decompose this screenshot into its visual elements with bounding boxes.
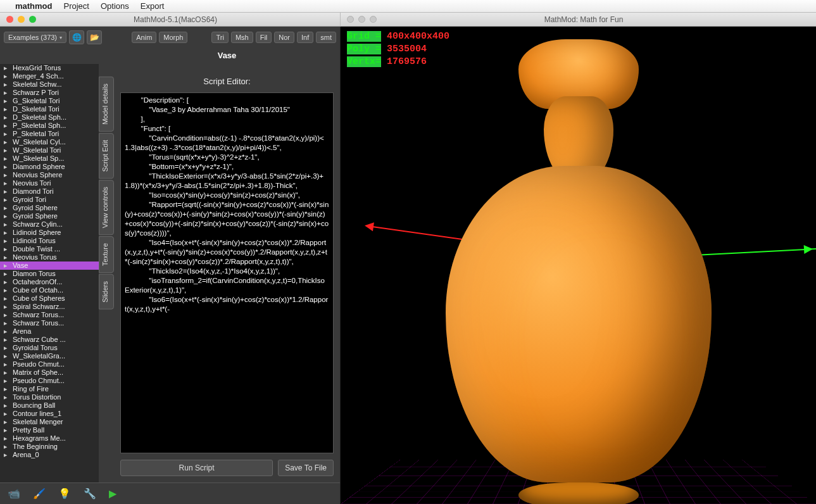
menu-project[interactable]: Project <box>64 1 89 11</box>
msh-button[interactable]: Msh <box>231 32 253 43</box>
bulb-icon[interactable]: 💡 <box>58 488 71 500</box>
globe-icon[interactable]: 🌐 <box>69 30 84 44</box>
inf-button[interactable]: Inf <box>297 32 313 43</box>
tree-item[interactable]: Gyroid Sphere <box>0 204 99 212</box>
tree-item[interactable]: Ring of Fire <box>0 385 99 393</box>
tab-model-details[interactable]: Model details <box>99 77 114 132</box>
chevron-down-icon: ▾ <box>60 35 62 41</box>
menu-options[interactable]: Options <box>101 1 129 11</box>
brush-icon[interactable]: 🖌️ <box>33 488 46 500</box>
tree-item[interactable]: Arena_0 <box>0 451 99 459</box>
tree-item[interactable]: W_SkeletalGra... <box>0 352 99 360</box>
tree-item[interactable]: HexaGrid Torus <box>0 64 99 72</box>
tri-button[interactable]: Tri <box>211 32 228 43</box>
tree-item[interactable]: Pseudo Chmut... <box>0 360 99 369</box>
close-icon[interactable] <box>347 16 354 23</box>
wrench-icon[interactable]: 🔧 <box>84 488 96 500</box>
tree-item[interactable]: Menger_4 Sch... <box>0 72 99 80</box>
maximize-icon[interactable] <box>370 16 377 23</box>
tree-item[interactable]: Vase <box>0 261 99 270</box>
tree-item[interactable]: Skeletal Schw... <box>0 80 99 89</box>
script-textarea[interactable]: "Description": [ "Vase_3 by Abderrahman … <box>120 92 334 453</box>
tree-item[interactable]: Hexagrams Me... <box>0 434 99 443</box>
tree-item[interactable]: OctahedronOf... <box>0 278 99 286</box>
top-toolbar: Examples (373) ▾ 🌐 📂 Anim Morph Tri Msh … <box>0 27 340 48</box>
tree-item[interactable]: Gyroidal Torus <box>0 344 99 352</box>
floor-grid <box>341 460 816 504</box>
tree-item[interactable]: Schwarz Torus... <box>0 311 99 319</box>
tree-item[interactable]: P_Skeletal Tori <box>0 130 99 138</box>
left-window-titlebar: MathMod-5.1(MacOS64) <box>0 13 341 27</box>
tree-item[interactable]: Diamond Sphere <box>0 163 99 171</box>
tree-item[interactable]: Double Twist ... <box>0 245 99 253</box>
tree-item[interactable]: Pretty Ball <box>0 426 99 434</box>
tree-item[interactable]: Diamond Tori <box>0 187 99 196</box>
tree-item[interactable]: The Beginning <box>0 443 99 451</box>
poly-label: Poly = <box>347 44 381 54</box>
close-icon[interactable] <box>6 16 13 23</box>
morph-button[interactable]: Morph <box>159 32 187 43</box>
tree-item[interactable]: Lidinoid Torus <box>0 237 99 245</box>
tree-item[interactable]: Bouncing Ball <box>0 401 99 410</box>
menu-app-name[interactable]: mathmod <box>15 1 53 11</box>
tree-item[interactable]: W_Skeletal Sp... <box>0 154 99 163</box>
tree-item[interactable]: Pseudo Chmut... <box>0 377 99 385</box>
tree-item[interactable]: W_Skeletal Tori <box>0 146 99 154</box>
tab-script-edit[interactable]: Script Edit <box>99 133 114 179</box>
examples-dropdown[interactable]: Examples (373) ▾ <box>4 32 66 43</box>
tree-item[interactable]: Schwarz Torus... <box>0 319 99 327</box>
tab-texture[interactable]: Texture <box>99 236 114 273</box>
tree-item[interactable]: Schwarz Cylin... <box>0 220 99 229</box>
tree-item[interactable]: W_Skeletal Cyl... <box>0 138 99 146</box>
model-title: Vase <box>114 48 340 64</box>
render-stats: Grid = 400x400x400 Poly = 3535004 Vertx=… <box>347 30 449 68</box>
y-axis-arrow <box>487 248 816 267</box>
smt-button[interactable]: smt <box>316 32 336 43</box>
save-to-file-button[interactable]: Save To File <box>278 460 334 476</box>
tree-item[interactable]: Neovius Tori <box>0 179 99 187</box>
mac-menubar: mathmod Project Options Export <box>0 0 816 13</box>
maximize-icon[interactable] <box>29 16 36 23</box>
nor-button[interactable]: Nor <box>274 32 294 43</box>
tree-item[interactable]: P_Skeletal Sph... <box>0 122 99 130</box>
tree-item[interactable]: D_Skeletal Tori <box>0 105 99 113</box>
tree-item[interactable]: D_Skeletal Sph... <box>0 113 99 122</box>
minimize-icon[interactable] <box>18 16 25 23</box>
fil-button[interactable]: Fil <box>256 32 272 43</box>
tree-item[interactable]: Skeletal Menger <box>0 418 99 426</box>
tree-item[interactable]: Neovius Torus <box>0 253 99 261</box>
minimize-icon[interactable] <box>358 16 365 23</box>
menu-export[interactable]: Export <box>141 1 165 11</box>
tree-item[interactable]: Gyroid Tori <box>0 196 99 204</box>
tree-item[interactable]: Lidinoid Sphere <box>0 229 99 237</box>
tree-item[interactable]: Gyroid Sphere <box>0 212 99 220</box>
vert-value: 1769576 <box>387 56 427 67</box>
tree-item[interactable]: Schwarz P Tori <box>0 89 99 97</box>
tree-item[interactable]: Cube of Spheres <box>0 294 99 303</box>
tree-item[interactable]: Torus Distortion <box>0 393 99 401</box>
examples-tree[interactable]: HexaGrid TorusMenger_4 Sch...Skeletal Sc… <box>0 64 99 482</box>
tree-item[interactable]: Contour lines_1 <box>0 410 99 418</box>
play-icon[interactable]: ▶ <box>109 488 116 500</box>
tab-sliders[interactable]: Sliders <box>99 274 114 310</box>
tree-item[interactable]: Neovius Sphere <box>0 171 99 179</box>
camera-icon[interactable]: 📹 <box>8 488 20 500</box>
grid-label: Grid = <box>347 31 381 42</box>
tree-item[interactable]: Spiral Schwarz... <box>0 303 99 311</box>
tab-view-controls[interactable]: View controls <box>99 180 114 235</box>
anim-button[interactable]: Anim <box>132 32 156 43</box>
x-axis-arrow <box>368 225 493 244</box>
tree-item[interactable]: Schwarz Cube ... <box>0 336 99 344</box>
grid-value: 400x400x400 <box>387 31 449 42</box>
tree-item[interactable]: Arena <box>0 327 99 336</box>
tree-item[interactable]: G_Skeletal Tori <box>0 97 99 105</box>
tree-item[interactable]: Matrix of Sphe... <box>0 369 99 377</box>
folder-open-icon[interactable]: 📂 <box>87 30 102 44</box>
editor-pane: Script Editor: "Description": [ "Vase_3 … <box>114 64 340 482</box>
run-script-button[interactable]: Run Script <box>120 460 273 476</box>
left-panel: Examples (373) ▾ 🌐 📂 Anim Morph Tri Msh … <box>0 27 341 504</box>
3d-viewport[interactable]: Grid = 400x400x400 Poly = 3535004 Vertx=… <box>341 27 816 504</box>
tree-item[interactable]: Cube of Octah... <box>0 286 99 294</box>
script-editor-label: Script Editor: <box>120 77 334 86</box>
tree-item[interactable]: Diamon Torus <box>0 270 99 278</box>
